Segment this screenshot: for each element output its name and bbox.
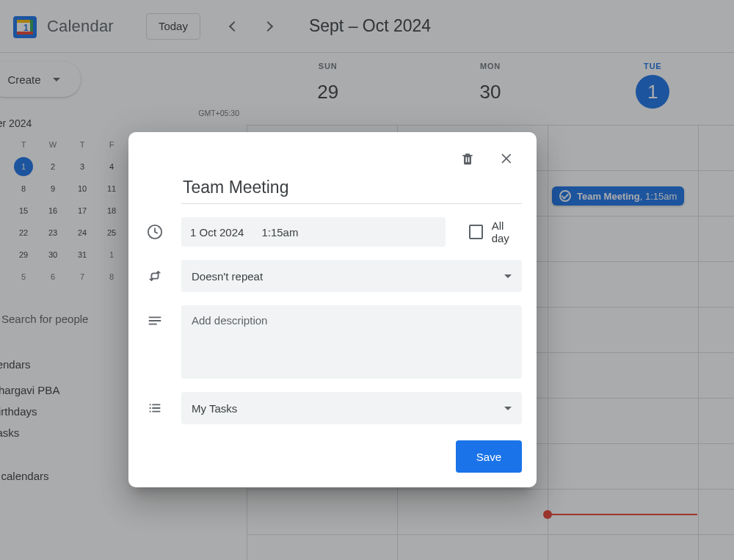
tasklist-value: My Tasks [192, 402, 237, 415]
clock-icon [143, 224, 167, 240]
chevron-down-icon [504, 407, 512, 410]
time-field[interactable]: 1:15am [252, 217, 307, 247]
all-day-label: All day [492, 219, 522, 244]
event-title-input[interactable] [181, 173, 522, 204]
modal-scrim[interactable]: 1 Oct 2024 1:15am All day Doesn't repeat [0, 0, 734, 560]
list-icon [143, 400, 167, 416]
delete-button[interactable] [453, 144, 482, 173]
description-input[interactable] [181, 305, 522, 379]
description-icon [143, 313, 167, 329]
close-icon [500, 151, 515, 166]
date-field[interactable]: 1 Oct 2024 [181, 217, 252, 247]
tasklist-select[interactable]: My Tasks [181, 392, 522, 424]
all-day-toggle[interactable]: All day [469, 219, 522, 244]
recurrence-select[interactable]: Doesn't repeat [181, 260, 522, 292]
trash-icon [460, 151, 475, 166]
save-button[interactable]: Save [456, 440, 522, 473]
task-editor-modal: 1 Oct 2024 1:15am All day Doesn't repeat [128, 132, 537, 487]
recurrence-value: Doesn't repeat [192, 270, 263, 283]
repeat-icon [143, 268, 167, 284]
close-button[interactable] [493, 144, 522, 173]
chevron-down-icon [504, 274, 512, 278]
checkbox-icon [469, 225, 483, 239]
